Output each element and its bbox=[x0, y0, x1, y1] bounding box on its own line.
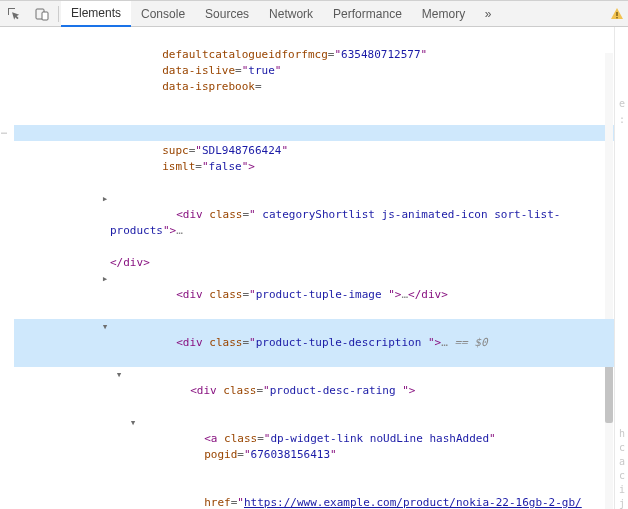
warning-icon[interactable] bbox=[610, 7, 624, 21]
devtools-window: Elements Console Sources Network Perform… bbox=[0, 0, 628, 509]
gutter-char: a bbox=[619, 455, 625, 469]
tree-line[interactable]: ▸ <div class=" categoryShortlist js-anim… bbox=[14, 191, 614, 255]
collapse-arrow-icon[interactable]: ▾ bbox=[100, 319, 110, 335]
expand-arrow-icon[interactable]: ▸ bbox=[100, 271, 110, 287]
svg-rect-1 bbox=[42, 12, 48, 20]
expand-arrow-icon[interactable]: ▸ bbox=[100, 191, 110, 207]
gutter-char: i bbox=[619, 483, 625, 497]
inspect-icon[interactable] bbox=[0, 1, 28, 27]
toolbar-separator bbox=[58, 6, 59, 22]
right-gutter: e : h c a c i j a bbox=[614, 27, 628, 509]
tree-line-selected[interactable]: ▾ <div class="product-tuple-description … bbox=[14, 319, 614, 367]
left-gutter: … bbox=[0, 27, 14, 509]
gutter-char: : bbox=[619, 113, 625, 127]
gutter-char: h bbox=[619, 427, 625, 441]
tree-line[interactable]: ▸ <div class="product-tuple-image ">…</d… bbox=[14, 271, 614, 319]
svg-rect-3 bbox=[616, 17, 617, 18]
gutter-ellipsis-icon: … bbox=[1, 125, 8, 136]
tree-line[interactable]: href="https://www.example.com/product/no… bbox=[14, 479, 614, 509]
elements-panel: … defaultcatalogueidforfmcg="63548071257… bbox=[0, 27, 628, 509]
collapse-arrow-icon[interactable]: ▾ bbox=[128, 415, 138, 431]
tree-line[interactable]: defaultcatalogueidforfmcg="635480712577"… bbox=[14, 31, 614, 111]
vertical-scrollbar[interactable] bbox=[605, 53, 613, 509]
gutter-char: c bbox=[619, 441, 625, 455]
gutter-char: e bbox=[619, 97, 625, 111]
device-toggle-icon[interactable] bbox=[28, 1, 56, 27]
tab-console[interactable]: Console bbox=[131, 1, 195, 27]
tabs-overflow-icon[interactable]: » bbox=[475, 7, 501, 21]
tab-network[interactable]: Network bbox=[259, 1, 323, 27]
href-link[interactable]: https://www.example.com/product/nokia-22… bbox=[244, 496, 582, 509]
tree-line[interactable]: ▾ <div class="product-desc-rating "> bbox=[14, 367, 614, 415]
devtools-toolbar: Elements Console Sources Network Perform… bbox=[0, 1, 628, 27]
tree-line[interactable]: </div> bbox=[14, 255, 614, 271]
tab-memory[interactable]: Memory bbox=[412, 1, 475, 27]
gutter-char: c bbox=[619, 469, 625, 483]
tree-line[interactable]: ▾ <a class="dp-widget-link noUdLine hash… bbox=[14, 415, 614, 479]
elements-tree[interactable]: defaultcatalogueidforfmcg="635480712577"… bbox=[14, 27, 614, 509]
devtools-tabs: Elements Console Sources Network Perform… bbox=[61, 1, 475, 27]
collapse-arrow-icon[interactable]: ▾ bbox=[114, 367, 124, 383]
scrollbar-thumb[interactable] bbox=[605, 363, 613, 423]
gutter-char: j bbox=[619, 497, 625, 509]
tab-elements[interactable]: Elements bbox=[61, 1, 131, 27]
tab-sources[interactable]: Sources bbox=[195, 1, 259, 27]
tree-line[interactable]: "false" supc="SDL948766424" ismlt="false… bbox=[14, 111, 614, 191]
svg-rect-2 bbox=[616, 12, 617, 16]
tab-performance[interactable]: Performance bbox=[323, 1, 412, 27]
